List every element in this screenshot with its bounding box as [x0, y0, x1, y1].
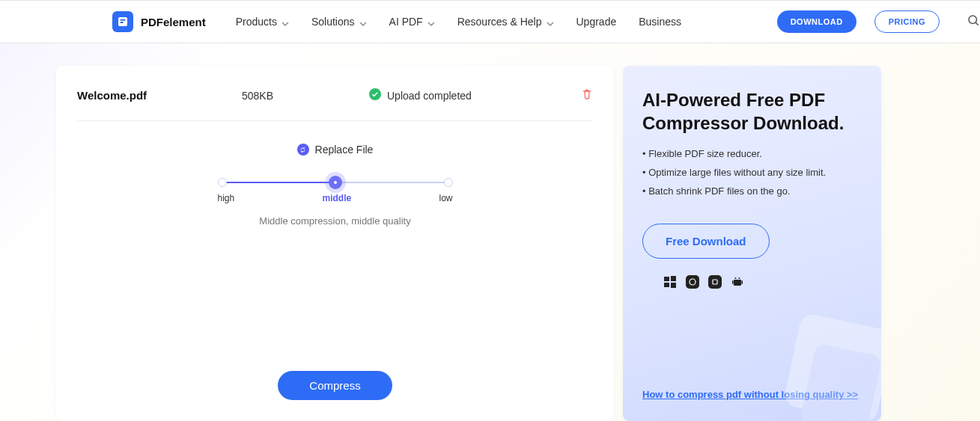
slider-track[interactable]: [218, 179, 453, 185]
check-circle-icon: [369, 88, 381, 102]
svg-point-13: [735, 277, 737, 279]
nav-solutions[interactable]: Solutions: [311, 16, 367, 28]
svg-rect-9: [671, 283, 676, 288]
nav-label: AI PDF: [389, 16, 423, 28]
topbar: PDFelement Products Solutions AI PDF Res…: [0, 0, 980, 43]
promo-bullet: • Flexible PDF size reducer.: [642, 148, 862, 159]
windows-icon: [663, 275, 677, 289]
brand[interactable]: PDFelement: [112, 11, 206, 32]
compress-panel: Welcome.pdf 508KB Upload completed Repla…: [56, 66, 614, 421]
replace-icon: [297, 144, 309, 156]
slider-thumb[interactable]: [329, 176, 342, 189]
svg-point-14: [739, 277, 740, 279]
nav-products[interactable]: Products: [236, 16, 289, 28]
svg-rect-12: [734, 280, 741, 286]
track-fill: [222, 182, 335, 183]
main-nav: Products Solutions AI PDF Resources & He…: [236, 16, 681, 28]
slider-labels: high middle low: [218, 193, 453, 203]
promo-panel: AI-Powered Free PDF Compressor Download.…: [623, 66, 881, 421]
slider-stop-high[interactable]: [218, 178, 227, 187]
file-row: Welcome.pdf 508KB Upload completed: [77, 88, 593, 121]
macos-icon: [686, 275, 699, 289]
file-status-text: Upload completed: [387, 90, 472, 102]
chevron-down-icon: [427, 18, 435, 25]
svg-rect-1: [121, 19, 126, 21]
promo-bullet: • Optimize large files without any size …: [642, 167, 862, 178]
replace-file[interactable]: Replace File: [77, 144, 593, 156]
slider-label-low: low: [439, 193, 452, 203]
slider-label-middle: middle: [323, 193, 352, 203]
svg-rect-6: [664, 277, 669, 281]
chevron-down-icon: [359, 18, 367, 25]
promo-bg-shape: [764, 296, 881, 421]
nav-label: Products: [236, 16, 277, 28]
chevron-down-icon: [547, 18, 554, 25]
replace-label: Replace File: [315, 144, 374, 156]
os-icons: [663, 275, 862, 289]
svg-rect-16: [742, 280, 743, 284]
nav-label: Business: [639, 16, 681, 28]
android-icon: [731, 275, 744, 289]
ios-icon: [708, 275, 722, 289]
promo-bullets: • Flexible PDF size reducer. • Optimize …: [642, 148, 862, 204]
compression-slider[interactable]: high middle low Middle compression, midd…: [218, 179, 453, 227]
promo-title: AI-Powered Free PDF Compressor Download.: [642, 88, 862, 135]
svg-rect-15: [732, 280, 734, 284]
slider-stop-low[interactable]: [444, 178, 453, 187]
promo-bullet: • Batch shrink PDF files on the go.: [642, 185, 862, 197]
nav-aipdf[interactable]: AI PDF: [389, 16, 435, 28]
search-icon[interactable]: [967, 13, 980, 30]
delete-file-button[interactable]: [581, 88, 593, 102]
nav-label: Upgrade: [576, 16, 617, 28]
svg-point-3: [969, 16, 977, 24]
slider-description: Middle compression, middle quality: [218, 215, 453, 227]
pricing-button[interactable]: PRICING: [874, 10, 940, 33]
svg-rect-7: [671, 276, 676, 281]
svg-rect-8: [664, 283, 669, 287]
slider-label-high: high: [218, 193, 235, 203]
nav-upgrade[interactable]: Upgrade: [576, 16, 617, 28]
chevron-down-icon: [281, 18, 289, 25]
nav-business[interactable]: Business: [639, 16, 681, 28]
brand-logo-icon: [112, 11, 133, 32]
content: Welcome.pdf 508KB Upload completed Repla…: [0, 43, 980, 421]
svg-rect-2: [121, 22, 124, 23]
nav-label: Resources & Help: [457, 16, 542, 28]
brand-name: PDFelement: [141, 16, 206, 28]
file-size: 508KB: [242, 90, 369, 102]
nav-resources[interactable]: Resources & Help: [457, 16, 554, 28]
free-download-button[interactable]: Free Download: [642, 224, 770, 259]
compress-button[interactable]: Compress: [278, 371, 392, 400]
nav-label: Solutions: [311, 16, 355, 28]
svg-point-10: [690, 279, 696, 285]
svg-rect-11: [713, 280, 717, 284]
download-button[interactable]: DOWNLOAD: [777, 10, 856, 33]
file-status: Upload completed: [369, 88, 581, 102]
svg-line-4: [976, 22, 978, 25]
file-name: Welcome.pdf: [77, 89, 242, 102]
